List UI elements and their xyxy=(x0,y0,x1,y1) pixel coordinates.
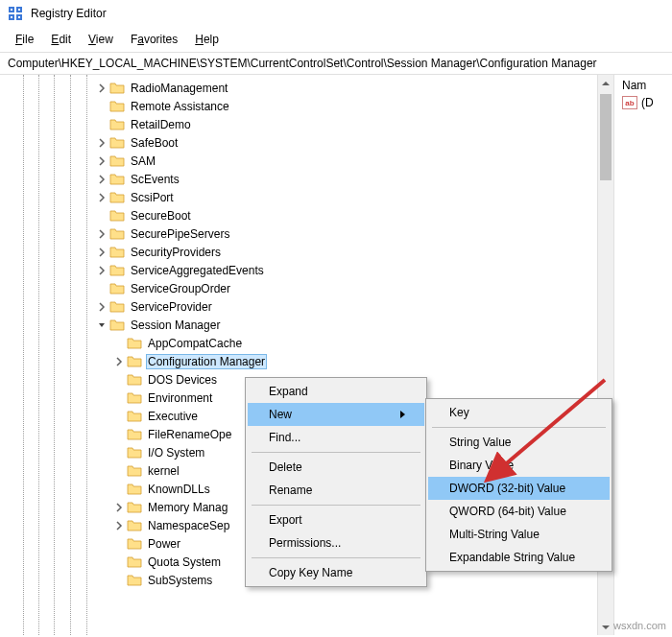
menu-item-label: String Value xyxy=(449,436,511,449)
tree-item-label: kernel xyxy=(146,463,181,479)
menu-item[interactable]: Expand xyxy=(248,380,424,403)
expander-icon[interactable] xyxy=(96,228,108,240)
folder-icon xyxy=(109,264,125,277)
expander-icon[interactable] xyxy=(96,174,108,185)
tree-item[interactable]: Configuration Manager xyxy=(0,352,613,370)
submenu-arrow-icon xyxy=(400,411,405,418)
scroll-thumb[interactable] xyxy=(600,94,612,180)
values-column-header[interactable]: Nam xyxy=(618,77,668,94)
tree-item[interactable]: ScsiPort xyxy=(0,188,613,206)
svg-rect-4 xyxy=(11,9,12,11)
menu-item[interactable]: Expandable String Value xyxy=(428,546,610,569)
tree-item[interactable]: ScEvents xyxy=(0,170,613,188)
menubar: File Edit View Favorites Help xyxy=(0,27,672,52)
tree-item-label: ServiceProvider xyxy=(129,299,214,315)
menu-item[interactable]: Export xyxy=(248,508,424,531)
menu-view[interactable]: View xyxy=(81,29,121,50)
menu-item[interactable]: Permissions... xyxy=(248,531,424,554)
folder-icon xyxy=(127,373,142,387)
address-bar[interactable]: Computer\HKEY_LOCAL_MACHINE\SYSTEM\Curre… xyxy=(0,52,672,75)
menu-item[interactable]: Find... xyxy=(248,426,424,449)
menu-item[interactable]: Multi-String Value xyxy=(428,523,610,546)
folder-icon xyxy=(109,82,125,95)
menu-item[interactable]: Key xyxy=(428,401,610,424)
context-menu-new: KeyString ValueBinary ValueDWORD (32-bit… xyxy=(425,398,612,572)
tree-item-label: ScEvents xyxy=(129,172,181,187)
app-icon xyxy=(8,6,23,21)
folder-icon xyxy=(127,464,142,478)
values-pane: Nam ab (D xyxy=(614,75,672,635)
menu-item[interactable]: Rename xyxy=(248,479,424,502)
scroll-down-button[interactable] xyxy=(598,619,613,635)
folder-icon xyxy=(109,300,125,314)
expander-icon[interactable] xyxy=(96,192,108,203)
menu-item-label: DWORD (32-bit) Value xyxy=(449,482,565,495)
menu-item[interactable]: QWORD (64-bit) Value xyxy=(428,500,610,523)
tree-item[interactable]: Session Manager xyxy=(0,316,613,334)
expander-icon[interactable] xyxy=(113,520,125,531)
tree-item-label: AppCompatCache xyxy=(146,336,244,351)
folder-icon xyxy=(109,154,125,168)
tree-item[interactable]: SafeBoot xyxy=(0,133,613,152)
menu-item[interactable]: New xyxy=(248,403,424,426)
tree-item-label: I/O System xyxy=(146,445,206,460)
scroll-up-button[interactable] xyxy=(598,75,613,91)
tree-item-label: SecureBoot xyxy=(129,208,193,224)
folder-icon xyxy=(127,446,142,460)
tree-item-label: ScsiPort xyxy=(129,190,176,205)
menu-item-label: Rename xyxy=(269,484,312,497)
titlebar: Registry Editor xyxy=(0,0,672,27)
tree-item-label: KnownDLLs xyxy=(146,482,212,497)
menu-item[interactable]: String Value xyxy=(428,431,610,454)
tree-item[interactable]: Remote Assistance xyxy=(0,97,613,115)
menu-edit[interactable]: Edit xyxy=(43,29,79,50)
expander-icon[interactable] xyxy=(96,319,108,331)
tree-item[interactable]: SecurityProviders xyxy=(0,243,613,261)
menu-separator xyxy=(432,427,606,428)
tree-item[interactable]: SecurePipeServers xyxy=(0,224,613,243)
tree-item[interactable]: ServiceAggregatedEvents xyxy=(0,261,613,279)
menu-favorites[interactable]: Favorites xyxy=(123,29,185,50)
menu-item[interactable]: DWORD (32-bit) Value xyxy=(428,477,610,500)
folder-icon xyxy=(109,136,125,150)
value-row-default[interactable]: ab (D xyxy=(618,94,668,111)
menu-help[interactable]: Help xyxy=(187,29,227,50)
tree-item[interactable]: ServiceGroupOrder xyxy=(0,279,613,297)
folder-icon xyxy=(127,355,142,368)
tree-item[interactable]: RetailDemo xyxy=(0,115,613,133)
folder-icon xyxy=(127,410,142,423)
expander-icon[interactable] xyxy=(96,301,108,313)
context-menu-key: ExpandNewFind...DeleteRenameExportPermis… xyxy=(245,377,427,587)
expander-icon[interactable] xyxy=(96,265,108,276)
expander-icon[interactable] xyxy=(96,247,108,258)
tree-item-label: SafeBoot xyxy=(129,135,180,151)
expander-icon[interactable] xyxy=(96,83,108,94)
expander-icon[interactable] xyxy=(113,356,125,367)
tree-item-label: Environment xyxy=(146,390,214,406)
menu-item-label: Expandable String Value xyxy=(449,551,575,564)
tree-item[interactable]: ServiceProvider xyxy=(0,297,613,316)
menu-item[interactable]: Delete xyxy=(248,456,424,479)
folder-icon xyxy=(127,555,142,569)
menu-item-label: Permissions... xyxy=(269,536,341,550)
expander-icon[interactable] xyxy=(96,137,108,149)
expander-icon[interactable] xyxy=(113,502,125,513)
menu-item-label: Multi-String Value xyxy=(449,528,540,541)
tree-item[interactable]: AppCompatCache xyxy=(0,334,613,352)
tree-item-label: FileRenameOpe xyxy=(146,427,233,442)
expander-icon[interactable] xyxy=(96,155,108,167)
tree-item[interactable]: SecureBoot xyxy=(0,206,613,224)
tree-item-label: ServiceAggregatedEvents xyxy=(129,263,266,278)
menu-file[interactable]: File xyxy=(8,29,41,50)
folder-icon xyxy=(109,227,125,241)
menu-item-label: Binary Value xyxy=(449,459,514,472)
tree-item[interactable]: RadioManagement xyxy=(0,79,613,97)
tree-item-label: Memory Manag xyxy=(146,500,229,515)
tree-item-label: Remote Assistance xyxy=(129,99,231,114)
menu-item[interactable]: Copy Key Name xyxy=(248,561,424,584)
tree-item[interactable]: SAM xyxy=(0,152,613,170)
menu-item[interactable]: Binary Value xyxy=(428,454,610,477)
svg-rect-6 xyxy=(11,16,12,18)
menu-item-label: Find... xyxy=(269,431,300,444)
tree-item-label: SecurityProviders xyxy=(129,245,223,260)
